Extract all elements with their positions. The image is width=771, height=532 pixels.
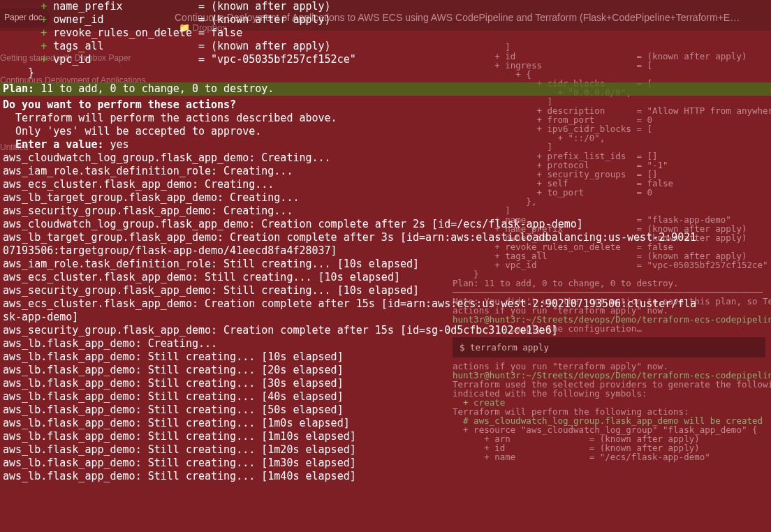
background-code-panel: ] + id = (known after apply) + ingress =…: [447, 38, 771, 532]
paper-doc-pill[interactable]: Paper doc: [0, 8, 50, 27]
sidebar-item-untitled[interactable]: Untitled: [0, 141, 29, 154]
screenshot-stage: Paper doc Getting started with Dropbox P…: [0, 0, 771, 532]
background-editor: Paper doc Getting started with Dropbox P…: [0, 0, 771, 532]
sidebar-item-getting-started[interactable]: Getting started with Dropbox Paper: [0, 52, 131, 65]
bg-code-line: $ terraform apply: [453, 337, 765, 357]
bg-code-line: + vpc_id = "vpc-05035bf257cf152ce": [453, 260, 765, 269]
bg-code-line: + name = "/ecs/flask-app-demo": [453, 452, 765, 461]
bg-code-line: …apply the configuration…: [453, 324, 765, 333]
dropbox-breadcrumb[interactable]: 📁 Dropbox: [179, 21, 227, 34]
background-sidebar: Paper doc Getting started with Dropbox P…: [0, 0, 162, 532]
sidebar-item-cd-apps[interactable]: Continuous Deployment of Applications: [0, 74, 146, 87]
article-title: Continuous Deployment of Applications to…: [175, 11, 764, 24]
